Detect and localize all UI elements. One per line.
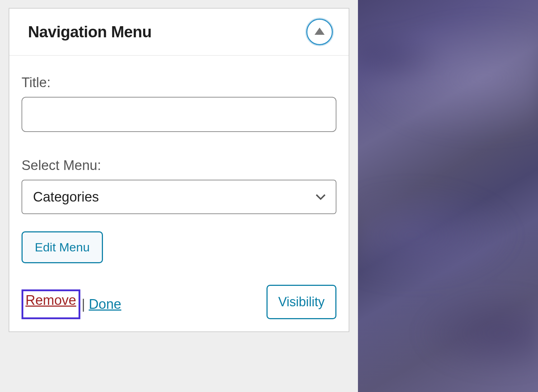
widget-header: Navigation Menu [9, 9, 349, 56]
done-link[interactable]: Done [89, 297, 121, 312]
widget-settings-panel: Navigation Menu Title: Select Menu: Cate… [0, 0, 358, 392]
widget-footer: Remove | Done Visibility [22, 285, 336, 319]
navigation-menu-widget: Navigation Menu Title: Select Menu: Cate… [9, 8, 349, 332]
remove-link[interactable]: Remove [25, 293, 76, 308]
action-links: Remove | Done [22, 289, 121, 319]
collapse-button[interactable] [306, 19, 333, 45]
remove-highlight: Remove [22, 289, 80, 319]
select-menu-label: Select Menu: [22, 158, 336, 173]
link-separator: | [82, 297, 85, 312]
widget-body: Title: Select Menu: Categories Edit Menu… [9, 56, 349, 331]
select-menu-dropdown[interactable]: Categories [22, 180, 336, 214]
edit-menu-button[interactable]: Edit Menu [22, 231, 103, 263]
select-menu-wrap: Categories [22, 180, 336, 214]
widget-title: Navigation Menu [28, 23, 152, 41]
title-label: Title: [22, 75, 336, 90]
title-input[interactable] [22, 97, 336, 132]
background-image-panel [358, 0, 538, 392]
chevron-up-icon [315, 28, 325, 35]
visibility-button[interactable]: Visibility [266, 285, 336, 319]
